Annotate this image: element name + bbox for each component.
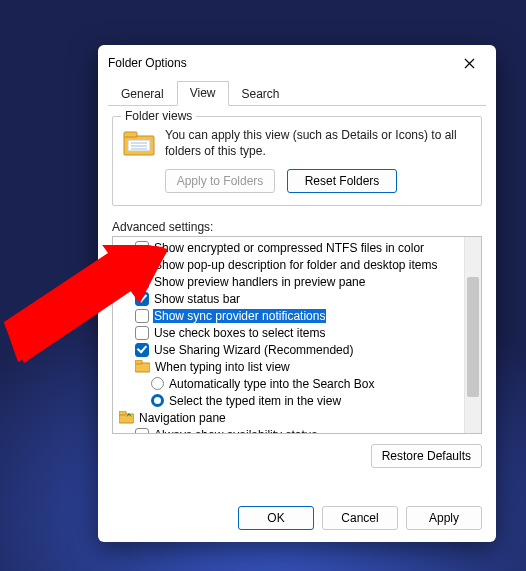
folder-views-group: Folder views You can apply this view (su… [112, 116, 482, 206]
option-use-check-boxes[interactable]: Use check boxes to select items [119, 324, 481, 341]
option-status-bar[interactable]: Show status bar [119, 290, 481, 307]
tab-strip: General View Search [108, 81, 486, 106]
tab-general[interactable]: General [108, 82, 177, 106]
checkbox-icon [135, 326, 149, 340]
close-button[interactable] [452, 49, 486, 77]
folder-options-dialog: Folder Options General View Search Folde… [98, 45, 496, 542]
option-sharing-wizard[interactable]: Use Sharing Wizard (Recommended) [119, 341, 481, 358]
option-label: Select the typed item in the view [168, 394, 342, 408]
checkbox-icon [135, 343, 149, 357]
option-label: Show preview handlers in preview pane [153, 275, 366, 289]
checkbox-icon [135, 292, 149, 306]
tab-body-view: Folder views You can apply this view (su… [98, 106, 496, 498]
close-icon [464, 58, 475, 69]
option-label: Automatically type into the Search Box [168, 377, 375, 391]
svg-rect-1 [124, 132, 137, 137]
option-label: Use Sharing Wizard (Recommended) [153, 343, 354, 357]
restore-defaults-button[interactable]: Restore Defaults [371, 444, 482, 468]
option-ntfs-color[interactable]: Show encrypted or compressed NTFS files … [119, 239, 481, 256]
option-label: Show encrypted or compressed NTFS files … [153, 241, 425, 255]
option-sync-provider-notifications[interactable]: Show sync provider notifications [119, 307, 481, 324]
option-label: Show status bar [153, 292, 241, 306]
scrollbar-thumb[interactable] [467, 277, 479, 397]
option-select-typed-item[interactable]: Select the typed item in the view [119, 392, 481, 409]
folder-icon [123, 129, 155, 157]
reset-folders-button[interactable]: Reset Folders [287, 169, 397, 193]
folder-icon [135, 360, 150, 373]
dialog-title: Folder Options [108, 56, 187, 70]
tab-search[interactable]: Search [229, 82, 293, 106]
checkbox-icon [135, 428, 149, 434]
folder-views-legend: Folder views [121, 109, 196, 123]
group-navigation-pane: Navigation pane [119, 409, 481, 426]
apply-button[interactable]: Apply [406, 506, 482, 530]
checkbox-icon [135, 258, 149, 272]
option-label: Show sync provider notifications [153, 309, 326, 323]
group-when-typing: When typing into list view [119, 358, 481, 375]
radio-icon [151, 394, 164, 407]
checkbox-icon [135, 241, 149, 255]
option-popup-description[interactable]: Show pop-up description for folder and d… [119, 256, 481, 273]
folder-views-text: You can apply this view (such as Details… [165, 127, 471, 159]
checkbox-icon [135, 275, 149, 289]
radio-icon [151, 377, 164, 390]
svg-rect-7 [135, 360, 142, 364]
option-preview-handlers[interactable]: Show preview handlers in preview pane [119, 273, 481, 290]
advanced-settings-label: Advanced settings: [112, 220, 482, 234]
dialog-buttons: OK Cancel Apply [98, 498, 496, 542]
tab-view[interactable]: View [177, 81, 229, 106]
cancel-button[interactable]: Cancel [322, 506, 398, 530]
ok-button[interactable]: OK [238, 506, 314, 530]
advanced-settings-tree: Show encrypted or compressed NTFS files … [112, 236, 482, 434]
group-label: When typing into list view [154, 360, 291, 374]
option-label: Always show availability status [153, 428, 318, 434]
svg-rect-9 [119, 411, 126, 415]
checkbox-icon [135, 309, 149, 323]
option-label: Use check boxes to select items [153, 326, 326, 340]
group-label: Navigation pane [138, 411, 227, 425]
option-availability-status[interactable]: Always show availability status [119, 426, 481, 433]
nav-pane-icon [119, 411, 134, 424]
option-type-search-box[interactable]: Automatically type into the Search Box [119, 375, 481, 392]
desktop-background: Folder Options General View Search Folde… [0, 0, 526, 571]
option-label: Show pop-up description for folder and d… [153, 258, 439, 272]
tree-scrollbar[interactable] [464, 237, 481, 433]
titlebar: Folder Options [98, 45, 496, 81]
apply-to-folders-button[interactable]: Apply to Folders [165, 169, 275, 193]
